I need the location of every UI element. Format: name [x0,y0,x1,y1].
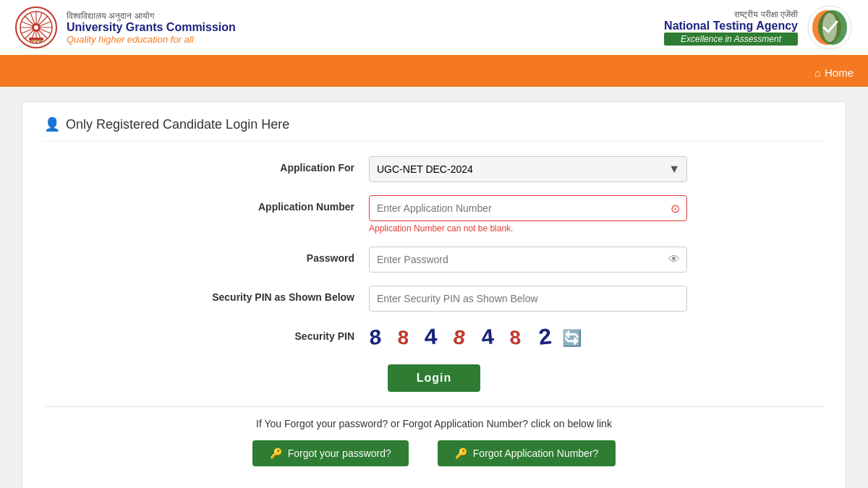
password-label: Password [181,247,369,264]
security-pin-input-row: Security PIN as Shown Below [44,286,824,312]
forgot-password-button[interactable]: 🔑 Forgot your password? [252,440,409,466]
forgot-links-container: 🔑 Forgot your password? 🔑 Forgot Applica… [44,440,824,466]
application-number-field: ⊙ Application Number can not be blank. [369,195,687,234]
nta-name: National Testing Agency [664,20,798,33]
page-header: 🦁🦁🦁 विश्वविद्यालय अनुदान आयोग University… [0,0,868,58]
home-label: Home [825,67,854,79]
error-icon: ⊙ [671,202,680,215]
svg-text:🦁🦁🦁: 🦁🦁🦁 [31,39,42,43]
refresh-captcha-button[interactable]: 🔄 [562,329,582,348]
nta-text-block: राष्ट्रीय परीक्षा एजेंसी National Testin… [664,9,798,46]
login-button-row: Login [44,364,824,392]
home-icon: ⌂ [814,67,821,79]
application-number-error: Application Number can not be blank. [369,223,687,234]
ugc-branding: 🦁🦁🦁 विश्वविद्यालय अनुदान आयोग University… [14,6,236,49]
application-for-field: UGC-NET DEC-2024 ▼ [369,156,687,182]
ugc-text-block: विश्वविद्यालय अनुदान आयोग University Gra… [67,11,236,45]
key-icon-1: 🔑 [270,448,282,459]
application-for-select[interactable]: UGC-NET DEC-2024 [369,156,687,182]
ugc-logo-icon: 🦁🦁🦁 [14,6,58,49]
security-pin-value: 8 8 4 8 4 8 2 [369,325,553,351]
key-icon-2: 🔑 [455,448,467,459]
forgot-text: If You Forgot your password? or Forgot A… [44,418,824,429]
security-pin-input-field [369,286,687,312]
nta-badge: Excellence in Assessment [664,33,798,46]
divider [44,406,824,407]
security-pin-display-label: Security PIN [181,325,369,342]
application-for-label: Application For [181,156,369,174]
section-title: 👤 Only Registered Candidate Login Here [44,116,824,142]
application-number-input[interactable] [369,195,687,221]
user-icon: 👤 [44,116,60,132]
login-button[interactable]: Login [388,364,481,392]
password-input[interactable] [369,247,687,273]
main-content: 👤 Only Registered Candidate Login Here A… [22,101,846,488]
application-for-row: Application For UGC-NET DEC-2024 ▼ [44,156,824,182]
nta-branding: राष्ट्रीय परीक्षा एजेंसी National Testin… [664,4,854,51]
security-pin-display-field: 8 8 4 8 4 8 2 🔄 [369,325,687,351]
eye-icon[interactable]: 👁 [668,253,680,266]
home-nav-item[interactable]: ⌂ Home [814,67,854,79]
ugc-tagline: Quality higher education for all [67,34,236,45]
refresh-icon: 🔄 [562,329,582,347]
security-pin-display: 8 8 4 8 4 8 2 🔄 [369,325,687,351]
security-pin-display-row: Security PIN 8 8 4 8 4 8 2 🔄 [44,325,824,351]
security-pin-input[interactable] [369,286,687,312]
ugc-name: University Grants Commission [67,21,236,34]
application-number-row: Application Number ⊙ Application Number … [44,195,824,234]
password-row: Password 👁 [44,247,824,273]
security-pin-input-label: Security PIN as Shown Below [181,286,369,303]
password-field: 👁 [369,247,687,273]
application-number-label: Application Number [181,195,369,213]
navigation-bar: ⌂ Home [0,58,868,87]
nta-logo-icon [807,4,854,51]
svg-point-11 [34,25,38,30]
forgot-appnum-button[interactable]: 🔑 Forgot Application Number? [438,440,616,466]
